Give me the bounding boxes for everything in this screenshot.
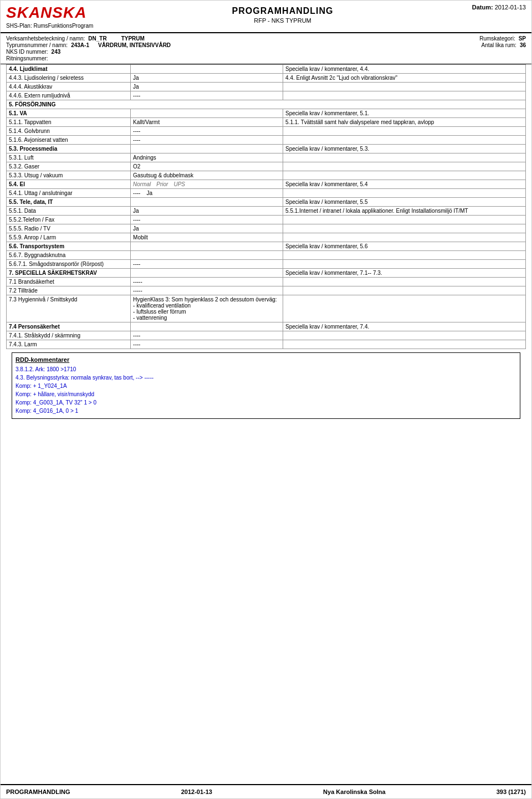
row-5.5: 5.5. Tele, data, IT Speciella krav / kom… <box>7 198 526 207</box>
comment-5.5: Speciella krav / kommentarer, 5.5 <box>283 198 526 207</box>
el-ups: UPS <box>173 181 185 187</box>
row-7.4: 7.4 Personsäkerhet Speciella krav / komm… <box>7 322 526 331</box>
row-5.5.2: 5.5.2.Telefon / Fax ---- <box>7 216 526 224</box>
value-5.5.5: Ja <box>131 224 283 233</box>
row-5.1.6: 5.1.6. Avjoniserat vatten ---- <box>7 136 526 145</box>
rdd-line-4: Komp: 4_G003_1A, TV 32" 1 > 0 <box>16 398 516 407</box>
nks-value: 243 <box>52 49 61 55</box>
footer-right: Nya Karolinska Solna <box>323 788 386 795</box>
comment-7.4: Speciella krav / kommentarer, 7.4. <box>283 322 526 331</box>
row-5.4.1: 5.4.1. Uttag / anslutningar ---- Ja <box>7 189 526 198</box>
comment-5.1.1: 5.1.1. Tvättställ samt halv dialyspelare… <box>283 118 526 127</box>
rdd-section: RDD-kommentarer 3.8.1.2. Ark: 1800 >1710… <box>12 352 520 419</box>
meta-nks-row: NKS ID nummer: 243 <box>6 49 265 55</box>
value-5.5.2: ---- <box>131 216 283 224</box>
value-5.1.6: ---- <box>131 136 283 145</box>
rdd-line-2: Komp: + 1_Y024_1A <box>16 382 516 390</box>
rdd-line-3: Komp: + hållare, visir/munskydd <box>16 390 516 398</box>
value-5.3.3: Gasutsug & dubbelmask <box>131 171 283 180</box>
row-5.6.7.1: 5.6.7.1. Smågodstransportör (Rörpost) --… <box>7 260 526 269</box>
shs-plan: SHS-Plan: RumsFunktionsProgram <box>6 23 93 29</box>
value-5.4.1: ---- Ja <box>131 189 283 198</box>
comment-7.1 <box>283 278 526 286</box>
comment-4.4.6 <box>283 91 526 100</box>
nks-label: NKS ID nummer: <box>6 49 48 55</box>
header-title: PROGRAMHANDLING <box>93 6 472 16</box>
el-options: Normal Prior UPS <box>133 181 280 187</box>
meta-right: Rumskategori: SP Antal lika rum: 36 <box>267 35 526 62</box>
comment-5.5.2 <box>283 216 526 224</box>
comment-4.4: Speciella krav / kommentarer, 4.4. <box>283 65 526 74</box>
header-left: SKANSKA SHS-Plan: RumsFunktionsProgram <box>6 4 93 29</box>
typrum-nummer-value: 243A-1 <box>71 42 89 48</box>
footer-left: PROGRAMHANDLING <box>6 788 70 795</box>
label-4.4.4: 4.4.4. Akustikkrav <box>7 83 131 91</box>
label-5.1.4: 5.1.4. Golvbrunn <box>7 127 131 136</box>
label-5.4: 5.4. El <box>7 180 131 189</box>
row-7.2: 7.2 Tillträde ----- <box>7 286 526 295</box>
row-5.1: 5.1. VA Speciella krav / kommentarer, 5.… <box>7 109 526 118</box>
comment-5.1: Speciella krav / kommentarer, 5.1. <box>283 109 526 118</box>
label-4.4: 4.4. Ljudklimat <box>7 65 131 74</box>
row-7.4.3: 7.4.3. Larm ---- <box>7 340 526 349</box>
meta-left: Verksamhetsbeteckning / namn: DN_TR TYPR… <box>6 35 265 62</box>
comment-5.5.9 <box>283 233 526 242</box>
rumskategori-value: SP <box>519 35 526 42</box>
comment-7.4.1 <box>283 331 526 340</box>
rumskategori-label: Rumskategori: <box>479 35 515 42</box>
skanska-logo: SKANSKA <box>6 4 93 22</box>
rdd-line-1: 4.3. Belysningsstyrka: normala synkrav, … <box>16 373 516 382</box>
comment-5.4: Speciella krav / kommentarer, 5.4 <box>283 180 526 189</box>
comment-5.6.7.1 <box>283 260 526 269</box>
value-5.1.4: ---- <box>131 127 283 136</box>
rdd-content: 3.8.1.2. Ark: 1800 >1710 4.3. Belysnings… <box>16 365 516 415</box>
label-5.3.2: 5.3.2. Gaser <box>7 162 131 171</box>
typrum-namn-value: VÅRDRUM, INTENSIVVÅRD <box>98 42 171 48</box>
comment-7.2 <box>283 286 526 295</box>
label-7.2: 7.2 Tillträde <box>7 286 131 295</box>
value-4.4.6: ---- <box>131 91 283 100</box>
verksamhet-value: DN_TR <box>88 35 106 42</box>
row-7.1: 7.1 Brandsäkerhet ----- <box>7 278 526 286</box>
meta-verksamhet-row: Verksamhetsbeteckning / namn: DN_TR TYPR… <box>6 35 265 42</box>
comment-5.6.7 <box>283 251 526 260</box>
row-4.4.4: 4.4.4. Akustikkrav Ja <box>7 83 526 91</box>
value-7.4.3: ---- <box>131 340 283 349</box>
meta-antal-row: Antal lika rum: 36 <box>482 42 526 48</box>
value-5.3.2: O2 <box>131 162 283 171</box>
label-7.1: 7.1 Brandsäkerhet <box>7 278 131 286</box>
comment-5.5.1: 5.5.1.Internet / intranet / lokala appli… <box>283 207 526 216</box>
antal-value: 36 <box>520 42 526 48</box>
main-table: 4.4. Ljudklimat Speciella krav / komment… <box>6 64 526 349</box>
row-5.5.5: 5.5.5. Radio / TV Ja <box>7 224 526 233</box>
row-7.4.1: 7.4.1. Strålskydd / skärmning ---- <box>7 331 526 340</box>
row-5.5.1: 5.5.1. Data Ja 5.5.1.Internet / intranet… <box>7 207 526 216</box>
header-right: Datum: 2012-01-13 <box>472 4 526 11</box>
comment-5.3: Speciella krav / kommentarer, 5.3. <box>283 145 526 153</box>
comment-5.3.2 <box>283 162 526 171</box>
meta-info: Verksamhetsbeteckning / namn: DN_TR TYPR… <box>1 33 531 64</box>
value-7 <box>131 269 283 278</box>
label-5.5.1: 5.5.1. Data <box>7 207 131 216</box>
page: SKANSKA SHS-Plan: RumsFunktionsProgram P… <box>0 0 532 799</box>
label-5.1.1: 5.1.1. Tappvatten <box>7 118 131 127</box>
row-4.4.3: 4.4.3. Ljudisolering / sekretess Ja 4.4.… <box>7 74 526 83</box>
value-4.4.4: Ja <box>131 83 283 91</box>
label-5.4.1: 5.4.1. Uttag / anslutningar <box>7 189 131 198</box>
value-7.3: HygienKlass 3: Som hygienklass 2 och des… <box>131 295 283 322</box>
row-5.1.4: 5.1.4. Golvbrunn ---- <box>7 127 526 136</box>
comment-5.1.6 <box>283 136 526 145</box>
row-5: 5. FÖRSÖRJNING <box>7 100 526 109</box>
value-5.5.1: Ja <box>131 207 283 216</box>
row-5.6.7: 5.6.7. Byggnadsknutna <box>7 251 526 260</box>
comment-4.4.3: 4.4. Enligt Avsnitt 2c "Ljud och vibrati… <box>283 74 526 83</box>
ritning-label: Ritningsnummer: <box>6 55 48 62</box>
label-7: 7. SPECIELLA SÄKERHETSKRAV <box>7 269 131 278</box>
label-5.5.9: 5.5.9. Anrop / Larm <box>7 233 131 242</box>
comment-5.3.3 <box>283 171 526 180</box>
row-5.3: 5.3. Processmedia Speciella krav / komme… <box>7 145 526 153</box>
value-4.4 <box>131 65 283 74</box>
label-5.5: 5.5. Tele, data, IT <box>7 198 131 207</box>
comment-5.3.1 <box>283 153 526 162</box>
antal-label: Antal lika rum: <box>482 42 516 48</box>
